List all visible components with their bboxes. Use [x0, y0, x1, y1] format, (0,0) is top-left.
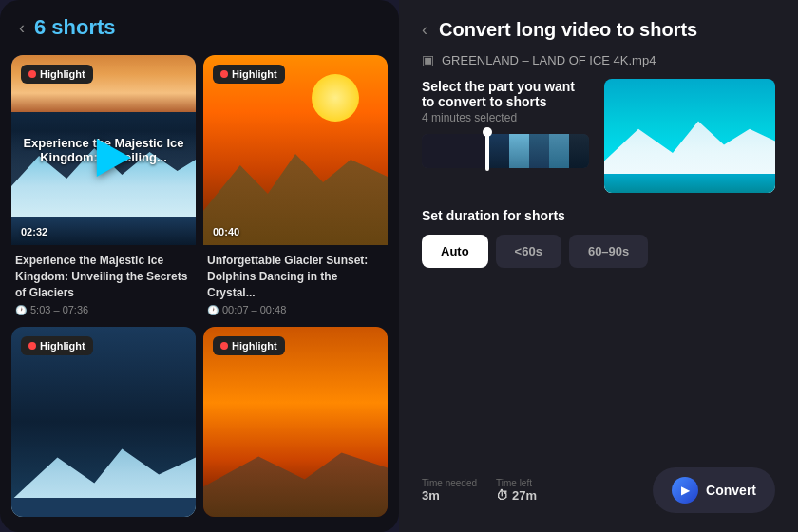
time-needed-item: Time needed 3m: [422, 478, 477, 503]
card-duration-1: 02:32: [21, 226, 48, 238]
duration-auto-button[interactable]: Auto: [422, 235, 488, 268]
time-left-label: Time left: [496, 478, 537, 488]
file-row: ▣ GREENLAND – LAND OF ICE 4K.mp4: [422, 52, 775, 67]
timeline-container[interactable]: [422, 134, 589, 181]
timeline-left-dark: [422, 134, 488, 168]
time-left-value: ⏱ 27m: [496, 488, 537, 503]
card-info-time-1: 🕐 5:03 – 07:36: [15, 304, 192, 315]
left-header: ‹ 6 shorts: [0, 0, 399, 55]
file-name: GREENLAND – LAND OF ICE 4K.mp4: [442, 53, 656, 67]
clock-icon-right: ⏱: [496, 488, 508, 503]
highlight-badge-3: Highlight: [21, 336, 93, 355]
convert-label: Convert: [706, 483, 756, 498]
left-panel: ‹ 6 shorts Highlight Experience the Maje…: [0, 0, 399, 532]
file-icon: ▣: [422, 52, 434, 67]
convert-button[interactable]: ▶ Convert: [653, 467, 775, 513]
clock-icon-2: 🕐: [207, 305, 218, 315]
timeline-thumb-3: [529, 134, 549, 168]
highlight-dot: [28, 70, 36, 78]
bottom-bar: Time needed 3m Time left ⏱ 27m ▶ Convert: [422, 460, 775, 513]
timeline-thumb-strip: [488, 134, 589, 168]
select-label: Select the part you want to convert to s…: [422, 79, 589, 109]
preview-image: [604, 79, 775, 193]
highlight-dot-3: [28, 342, 36, 350]
timeline-thumb-1: [488, 134, 508, 168]
time-needed-label: Time needed: [422, 478, 477, 488]
timeline-thumb-2: [509, 134, 529, 168]
timeline-thumb-5: [569, 134, 589, 168]
duration-60s-button[interactable]: <60s: [496, 235, 561, 268]
convert-icon: ▶: [672, 477, 698, 504]
timeline-bar: [422, 134, 589, 168]
right-back-icon[interactable]: ‹: [422, 20, 428, 40]
card-duration-2: 00:40: [213, 226, 239, 238]
right-panel: ‹ Convert long video to shorts ▣ GREENLA…: [399, 0, 798, 532]
back-icon[interactable]: ‹: [19, 18, 25, 38]
short-card-2[interactable]: Highlight 00:40 Unforgettable Glacier Su…: [203, 55, 388, 319]
highlight-dot-2: [220, 70, 228, 78]
time-left-item: Time left ⏱ 27m: [496, 478, 537, 503]
duration-90s-button[interactable]: 60–90s: [569, 235, 648, 268]
time-needed-value: 3m: [422, 488, 477, 503]
highlight-dot-4: [220, 342, 228, 350]
duration-label: Set duration for shorts: [422, 208, 775, 223]
short-card-3[interactable]: Highlight: [11, 327, 196, 517]
right-title: Convert long video to shorts: [439, 19, 697, 41]
preview-text-col: Select the part you want to convert to s…: [422, 79, 589, 181]
short-card-4[interactable]: Highlight: [203, 327, 388, 517]
highlight-badge-1: Highlight: [21, 65, 93, 84]
highlight-badge-2: Highlight: [213, 65, 285, 84]
play-cursor: [97, 139, 131, 177]
preview-row: Select the part you want to convert to s…: [422, 79, 775, 193]
card-info-title-1: Experience the Majestic Ice Kingdom: Unv…: [15, 253, 192, 300]
right-header: ‹ Convert long video to shorts: [422, 19, 775, 41]
shorts-grid: Highlight Experience the Majestic Ice Ki…: [0, 55, 399, 528]
duration-buttons: Auto <60s 60–90s: [422, 235, 775, 268]
card-info-title-2: Unforgettable Glacier Sunset: Dolphins D…: [207, 253, 384, 300]
bottom-info: Time needed 3m Time left ⏱ 27m: [422, 478, 537, 503]
card-info-time-2: 🕐 00:07 – 00:48: [207, 304, 384, 315]
short-card-1[interactable]: Highlight Experience the Majestic Ice Ki…: [11, 55, 196, 319]
highlight-badge-4: Highlight: [213, 336, 285, 355]
timeline-handle[interactable]: [485, 131, 489, 171]
minutes-selected: 4 minutes selected: [422, 111, 589, 124]
preview-water: [604, 174, 775, 193]
timeline-thumb-4: [549, 134, 569, 168]
clock-icon: 🕐: [15, 305, 27, 315]
page-title: 6 shorts: [34, 15, 116, 40]
